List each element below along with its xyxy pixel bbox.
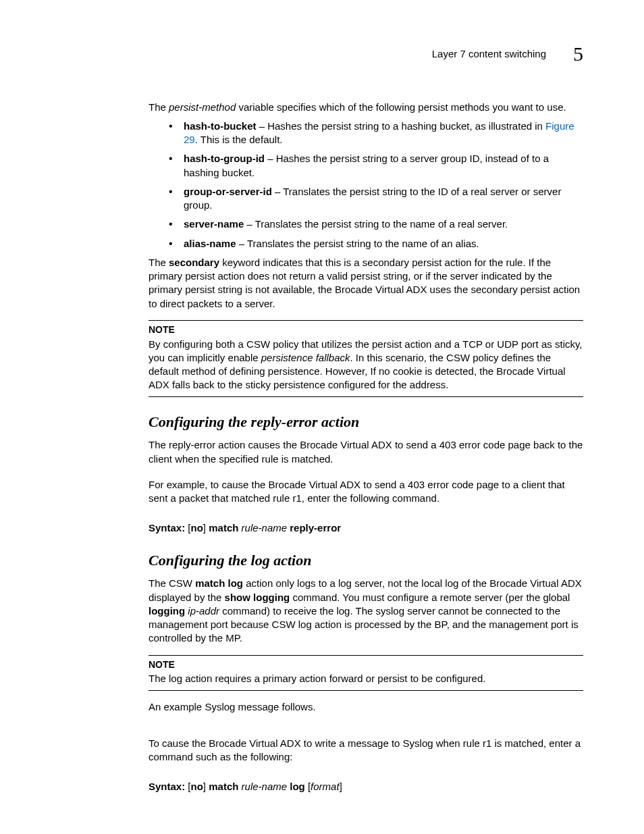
text: The <box>149 257 169 268</box>
keyword: match <box>209 522 238 533</box>
header-title: Layer 7 content switching <box>432 47 546 61</box>
text: The CSW <box>149 577 195 589</box>
text: – Translates the persist string to the n… <box>236 238 479 249</box>
reply-error-p1: The reply-error action causes the Brocad… <box>61 438 583 466</box>
reply-error-p2: For example, to cause the Brocade Virtua… <box>61 478 583 506</box>
list-item: hash-to-group-id – Hashes the persist st… <box>169 152 583 180</box>
section-heading-reply-error: Configuring the reply-error action <box>149 412 583 432</box>
variable: ip-addr <box>188 605 219 617</box>
note-block: NOTE The log action requires a primary a… <box>149 655 583 691</box>
variable: rule-name <box>242 522 288 533</box>
keyword: no <box>191 781 203 792</box>
text: – Hashes the persist string to a hashing… <box>257 120 546 132</box>
keyword: secondary <box>169 257 219 268</box>
text: . This is the default. <box>195 134 283 145</box>
text: – Translates the persist string to the n… <box>244 218 508 230</box>
log-p2: An example Syslog message follows. <box>61 700 583 714</box>
text: [ <box>305 781 311 792</box>
text: The <box>149 101 169 113</box>
text: ] <box>203 522 209 533</box>
syntax-label: Syntax: <box>149 781 188 792</box>
keyword: reply-error <box>287 522 341 533</box>
keyword: match log <box>195 577 243 589</box>
log-p3: To cause the Brocade Virtual ADX to writ… <box>61 737 583 764</box>
syntax-reply-error: Syntax: [no] match rule-name reply-error <box>149 521 583 535</box>
chapter-number: 5 <box>573 41 583 68</box>
page: Layer 7 content switching 5 The persist-… <box>0 0 644 834</box>
persist-method-list: hash-to-bucket – Hashes the persist stri… <box>61 120 583 251</box>
keyword: show logging <box>225 592 290 603</box>
text: ] <box>340 781 342 792</box>
log-p1: The CSW match log action only logs to a … <box>61 577 583 645</box>
note-body: The log action requires a primary action… <box>149 672 583 685</box>
secondary-paragraph: The secondary keyword indicates that thi… <box>61 256 583 311</box>
text: command. You must configure a remote ser… <box>290 592 570 603</box>
text: ] <box>203 781 209 792</box>
term: server-name <box>184 218 244 230</box>
variable: format <box>311 781 340 792</box>
note-label: NOTE <box>149 658 583 671</box>
variable: rule-name <box>242 781 288 792</box>
term: hash-to-group-id <box>184 153 265 164</box>
keyword: match <box>209 781 238 792</box>
list-item: alias-name – Translates the persist stri… <box>169 237 583 251</box>
variable: persist-method <box>169 101 236 113</box>
term: alias-name <box>184 238 236 249</box>
text: variable specifies which of the followin… <box>236 101 566 113</box>
list-item: group-or-server-id – Translates the pers… <box>169 185 583 213</box>
intro-paragraph: The persist-method variable specifies wh… <box>61 101 583 114</box>
running-header: Layer 7 content switching 5 <box>61 41 583 68</box>
note-block: NOTE By configuring both a CSW policy th… <box>149 320 583 397</box>
keyword: no <box>191 522 203 533</box>
note-label: NOTE <box>149 323 583 336</box>
term: hash-to-bucket <box>184 120 257 132</box>
keyword: logging <box>149 605 185 617</box>
list-item: hash-to-bucket – Hashes the persist stri… <box>169 120 583 147</box>
section-heading-log: Configuring the log action <box>149 550 583 571</box>
note-body: By configuring both a CSW policy that ut… <box>149 338 583 392</box>
syntax-log: Syntax: [no] match rule-name log [format… <box>149 780 583 793</box>
term: persistence fallback <box>261 352 350 363</box>
list-item: server-name – Translates the persist str… <box>169 217 583 231</box>
keyword: log <box>287 781 305 792</box>
syntax-label: Syntax: <box>149 522 188 533</box>
term: group-or-server-id <box>184 186 272 197</box>
